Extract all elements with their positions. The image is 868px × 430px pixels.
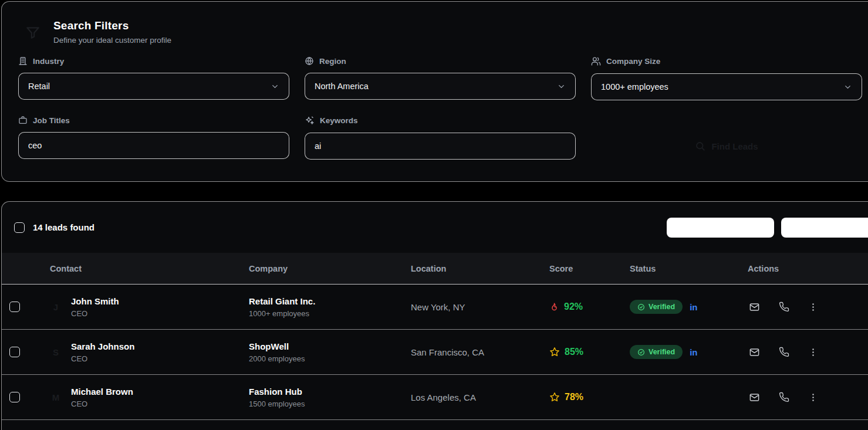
col-company: Company: [236, 264, 398, 273]
toolbar-button-2[interactable]: [781, 218, 868, 238]
contact-role: CEO: [71, 399, 133, 408]
table-row-partial: [2, 420, 868, 429]
search-filters-panel: Search Filters Define your ideal custome…: [1, 1, 868, 182]
region-label: Region: [305, 56, 576, 66]
job-titles-field: Job Titles: [18, 116, 289, 160]
avatar: M: [50, 392, 62, 402]
col-status: Status: [617, 264, 735, 273]
location: Los Angeles, CA: [398, 392, 536, 402]
find-leads-cell: Find Leads: [591, 116, 862, 160]
location: San Francisco, CA: [398, 347, 536, 357]
call-button[interactable]: [778, 346, 791, 358]
check-circle-icon: [637, 348, 645, 356]
check-circle-icon: [637, 303, 645, 311]
globe-icon: [305, 56, 314, 66]
location: New York, NY: [398, 302, 536, 312]
kebab-menu-icon: [808, 392, 818, 402]
leads-results-panel: 14 leads found Contact Company Location …: [1, 201, 868, 430]
filter-funnel-icon: [25, 25, 40, 40]
kebab-menu-icon: [808, 347, 818, 357]
find-leads-button[interactable]: Find Leads: [591, 133, 862, 160]
lead-score: 85%: [565, 347, 583, 357]
row-checkbox[interactable]: [9, 302, 20, 312]
job-titles-input[interactable]: [18, 132, 289, 159]
keywords-field: Keywords: [305, 116, 576, 160]
company-size-select[interactable]: 1000+ employees: [591, 73, 862, 100]
star-icon: [549, 392, 560, 402]
col-contact: Contact: [37, 264, 236, 273]
email-button[interactable]: [748, 346, 761, 359]
region-select[interactable]: North America: [305, 73, 576, 100]
company-name: Retail Giant Inc.: [249, 296, 398, 306]
call-button[interactable]: [778, 391, 791, 404]
chevron-down-icon: [843, 83, 852, 92]
contact-role: CEO: [71, 354, 134, 363]
company-name: ShopWell: [249, 341, 398, 351]
linkedin-icon[interactable]: in: [690, 347, 697, 357]
chevron-down-icon: [557, 82, 566, 91]
job-titles-label: Job Titles: [18, 116, 289, 125]
users-icon: [591, 56, 601, 66]
col-location: Location: [398, 264, 536, 273]
contact-role: CEO: [71, 309, 119, 318]
star-icon: [549, 347, 560, 357]
keywords-label: Keywords: [305, 116, 576, 126]
sparkles-icon: [305, 116, 315, 126]
more-options-button[interactable]: [807, 301, 819, 313]
phone-icon: [779, 302, 789, 312]
flame-icon: [549, 302, 559, 312]
leads-count: 14 leads found: [33, 222, 94, 232]
filters-header: Search Filters Define your ideal custome…: [2, 2, 868, 45]
avatar: S: [50, 347, 62, 357]
avatar: J: [50, 302, 62, 312]
results-toolbar: 14 leads found: [2, 202, 868, 253]
lead-score: 92%: [564, 302, 583, 312]
status-badge: Verified: [630, 345, 683, 359]
row-checkbox[interactable]: [9, 347, 20, 357]
search-icon: [695, 141, 705, 151]
company-size: 1000+ employees: [249, 309, 398, 318]
company-size-label: Company Size: [591, 56, 862, 66]
table-header: Contact Company Location Score Status Ac…: [2, 253, 868, 285]
industry-select[interactable]: Retail: [18, 73, 289, 100]
company-size: 1500 employees: [249, 399, 398, 408]
mail-icon: [749, 347, 760, 358]
status-badge: Verified: [630, 300, 683, 314]
contact-name: Sarah Johnson: [71, 341, 134, 351]
company-name: Fashion Hub: [249, 387, 398, 397]
building-icon: [18, 56, 28, 66]
table-row: M Michael Brown CEO Fashion Hub 1500 emp…: [2, 375, 868, 420]
industry-label: Industry: [18, 56, 289, 66]
region-field: Region North America: [305, 56, 576, 100]
company-size-field: Company Size 1000+ employees: [591, 56, 862, 100]
select-all-checkbox[interactable]: [14, 222, 25, 233]
email-button[interactable]: [748, 300, 761, 314]
keywords-input[interactable]: [305, 133, 576, 160]
page-subtitle: Define your ideal customer profile: [53, 36, 171, 45]
phone-icon: [779, 392, 789, 402]
kebab-menu-icon: [808, 302, 818, 312]
email-button[interactable]: [748, 391, 761, 404]
linkedin-icon[interactable]: in: [690, 302, 697, 312]
col-score: Score: [536, 264, 617, 273]
col-actions: Actions: [735, 264, 868, 273]
row-checkbox[interactable]: [9, 392, 20, 402]
more-options-button[interactable]: [807, 391, 819, 404]
company-size: 2000 employees: [249, 354, 398, 363]
mail-icon: [749, 392, 760, 403]
contact-name: Michael Brown: [71, 387, 133, 397]
more-options-button[interactable]: [807, 346, 819, 358]
contact-name: John Smith: [71, 296, 119, 306]
page-title: Search Filters: [53, 19, 171, 32]
table-row: J John Smith CEO Retail Giant Inc. 1000+…: [2, 285, 868, 330]
briefcase-icon: [18, 116, 28, 125]
table-row: S Sarah Johnson CEO ShopWell 2000 employ…: [2, 330, 868, 375]
chevron-down-icon: [271, 82, 279, 91]
lead-score: 78%: [565, 392, 583, 402]
industry-field: Industry Retail: [18, 56, 289, 100]
call-button[interactable]: [778, 300, 791, 313]
phone-icon: [779, 347, 789, 357]
mail-icon: [749, 302, 760, 313]
toolbar-button-1[interactable]: [667, 218, 774, 238]
